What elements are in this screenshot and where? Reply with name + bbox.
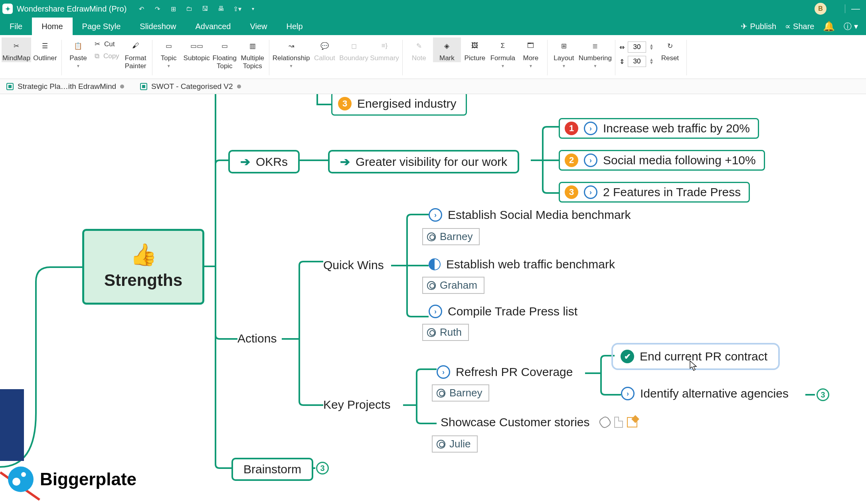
copy-button[interactable]: ⧉Copy <box>95 52 119 60</box>
node-brainstorm[interactable]: Brainstorm <box>231 458 313 481</box>
node-refresh-pr[interactable]: › Refresh PR Coverage <box>437 365 573 379</box>
user-avatar[interactable]: B <box>815 3 826 15</box>
multiple-l1: Multiple <box>241 54 264 62</box>
person-icon <box>427 328 436 337</box>
node-qw2[interactable]: Establish web traffic benchmark <box>429 258 615 271</box>
subtopic-button[interactable]: ▭▭Subtopic <box>183 37 211 62</box>
document-tab-1[interactable]: Strategic Pla…ith EdrawMind <box>3 81 127 93</box>
bell-icon[interactable]: 🔔 <box>823 21 835 32</box>
layout-button[interactable]: ⊞Layout▼ <box>550 37 578 68</box>
node-qw1[interactable]: › Establish Social Media benchmark <box>429 208 631 222</box>
hspace-control[interactable]: ⇔▲▼ <box>619 41 654 53</box>
paste-button[interactable]: 📋Paste▼ <box>64 37 92 68</box>
node-greater-visibility[interactable]: ➔ Greater visibility for our work <box>328 150 519 173</box>
boundary-button[interactable]: ◻Boundary <box>338 37 369 62</box>
assignee-tag-julie[interactable]: Julie <box>432 435 478 453</box>
node-label: Establish web traffic benchmark <box>446 258 615 271</box>
collapsed-count-brainstorm[interactable]: 3 <box>316 462 329 474</box>
edit-icon[interactable] <box>627 417 637 427</box>
format-painter-icon: 🖌 <box>129 40 142 52</box>
paste-icon: 📋 <box>71 40 85 52</box>
cut-button[interactable]: ✂Cut <box>95 40 119 48</box>
node-okrs[interactable]: ➔ OKRs <box>228 150 300 173</box>
menu-slideshow[interactable]: Slideshow <box>130 18 186 35</box>
link-icon[interactable] <box>598 415 612 429</box>
topic-button[interactable]: ▭Topic▼ <box>155 37 183 68</box>
node-kr2[interactable]: 2 › Social media following +10% <box>559 150 765 171</box>
multiple-topics-button[interactable]: ▥MultipleTopics <box>239 37 267 70</box>
node-showcase[interactable]: Showcase Customer stories <box>441 415 637 429</box>
reset-button[interactable]: ↻Reset <box>656 37 684 78</box>
node-label: Increase web traffic by 20% <box>603 122 750 135</box>
qat-customize-icon[interactable]: ▾ <box>249 4 257 13</box>
progress-icon: › <box>621 387 635 400</box>
publish-button[interactable]: ✈ Publish <box>741 22 776 31</box>
redo-icon[interactable]: ↷ <box>153 4 162 13</box>
outliner-button[interactable]: ☰Outliner <box>31 37 59 62</box>
hspace-input[interactable] <box>628 41 646 53</box>
numbering-label: Numbering <box>579 54 612 62</box>
mouse-cursor <box>690 360 698 371</box>
root-node-strengths[interactable]: 👍 Strengths <box>82 229 204 305</box>
share-button[interactable]: ∝ Share <box>785 22 814 31</box>
assignee-tag-ruth[interactable]: Ruth <box>422 324 469 341</box>
picture-button[interactable]: 🖼Picture <box>461 37 489 62</box>
minimize-button[interactable]: — <box>848 4 864 14</box>
format-painter-button[interactable]: 🖌FormatPainter <box>122 37 150 70</box>
assignee-tag-graham[interactable]: Graham <box>422 277 484 294</box>
numbering-button[interactable]: ≣Numbering▼ <box>578 37 613 68</box>
copy-icon: ⧉ <box>95 52 99 60</box>
menu-home[interactable]: Home <box>32 18 72 35</box>
assignee-tag-barney-1[interactable]: Barney <box>422 228 480 245</box>
stepper-icon[interactable]: ▲▼ <box>649 44 654 50</box>
quick-access-toolbar: ↶ ↷ ⊞ 🗀 🖫 🖶 ⇪▾ ▾ <box>137 4 257 13</box>
more-button[interactable]: 🗔More▼ <box>517 37 545 68</box>
mark-button[interactable]: ◈Mark <box>433 37 461 62</box>
subtopic-icon: ▭▭ <box>190 40 204 52</box>
node-qw3[interactable]: › Compile Trade Press list <box>429 305 577 318</box>
print-icon[interactable]: 🖶 <box>217 4 225 13</box>
summary-button[interactable]: ≡}Summary <box>369 37 400 62</box>
vspace-input[interactable] <box>628 56 646 67</box>
open-icon[interactable]: 🗀 <box>185 4 194 13</box>
arrow-right-icon: ➔ <box>340 155 350 169</box>
picture-label: Picture <box>464 54 485 62</box>
assignee-tag-barney-2[interactable]: Barney <box>432 384 489 402</box>
mindmap-button[interactable]: ✂MindMap <box>2 37 31 62</box>
thumbs-up-icon: 👍 <box>130 244 157 265</box>
node-key-projects[interactable]: Key Projects <box>323 398 390 411</box>
menu-help[interactable]: Help <box>277 18 312 35</box>
formula-button[interactable]: ΣFormula▼ <box>489 37 517 68</box>
menu-page-style[interactable]: Page Style <box>73 18 130 35</box>
cut-label: Cut <box>104 40 115 48</box>
boundary-label: Boundary <box>339 54 368 62</box>
node-quick-wins[interactable]: Quick Wins <box>323 258 384 272</box>
node-actions[interactable]: Actions <box>237 332 277 345</box>
node-kr3[interactable]: 3 › 2 Features in Trade Press <box>559 182 750 203</box>
floating-topic-button[interactable]: ▭FloatingTopic <box>211 37 239 70</box>
export-icon[interactable]: ⇪▾ <box>233 4 241 13</box>
menu-view[interactable]: View <box>240 18 277 35</box>
document-icon[interactable] <box>614 417 623 428</box>
callout-button[interactable]: 💬Callout <box>310 37 338 62</box>
save-icon[interactable]: 🖫 <box>201 4 210 13</box>
node-identify-agencies[interactable]: › Identify alternative agencies <box>621 387 789 400</box>
mark-label: Mark <box>439 54 455 62</box>
node-energised-industry[interactable]: 3 Energised industry <box>331 94 467 116</box>
watermark-text: Biggerplate <box>40 469 136 489</box>
menu-file[interactable]: File <box>0 18 32 35</box>
collapsed-count-3[interactable]: 3 <box>817 388 829 401</box>
vspace-control[interactable]: ⇕▲▼ <box>619 56 654 67</box>
menu-advanced[interactable]: Advanced <box>186 18 241 35</box>
help-icon[interactable]: ⓘ ▾ <box>844 21 858 32</box>
progress-icon: › <box>429 208 442 222</box>
node-kr1[interactable]: 1 › Increase web traffic by 20% <box>559 118 759 139</box>
document-tab-2[interactable]: SWOT - Categorised V2 <box>137 81 244 93</box>
topic-label: Topic <box>161 54 177 62</box>
canvas[interactable]: 3 Energised industry 👍 Strengths ➔ OKRs … <box>0 94 866 504</box>
note-button[interactable]: ✎Note <box>405 37 433 62</box>
undo-icon[interactable]: ↶ <box>137 4 146 13</box>
new-icon[interactable]: ⊞ <box>169 4 178 13</box>
relationship-button[interactable]: ↝Relationship▼ <box>272 37 311 68</box>
stepper-icon[interactable]: ▲▼ <box>649 58 654 64</box>
